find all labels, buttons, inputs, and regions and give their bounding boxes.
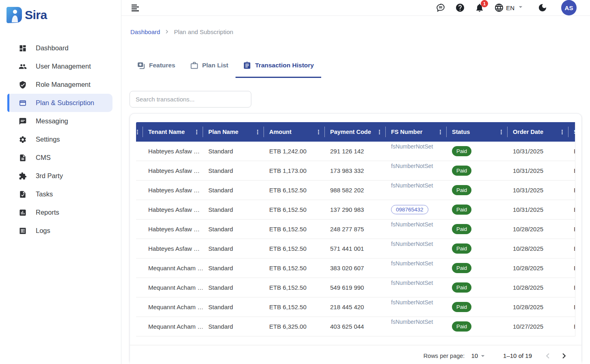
cell-order-date: 10/28/2025 [507, 278, 568, 297]
sidebar-item-plan-subscription[interactable]: Plan & Subscription [7, 94, 112, 112]
sidebar-item-dashboard[interactable]: Dashboard [7, 39, 112, 57]
column-header-payment-code[interactable]: Payment Code [324, 122, 385, 142]
column-menu-button[interactable] [498, 129, 505, 136]
cell-fs-number: fsNumberNotSet [385, 142, 446, 161]
column-divider [264, 127, 264, 137]
column-header-label: Amount [269, 129, 292, 135]
column-header-order-date[interactable]: Order Date [507, 122, 568, 142]
cell-amount: ETB 6,152.50 [264, 297, 324, 317]
kebab-icon [136, 129, 141, 136]
cell-fs-number: fsNumberNotSet [385, 278, 446, 297]
table-row[interactable]: Habteyes Asfaw …StandardETB 1,173.00173 … [136, 161, 575, 181]
brand-logo[interactable]: Sira [0, 0, 121, 24]
column-menu-button[interactable] [254, 129, 261, 136]
rows-per-page-select[interactable]: 10 [471, 352, 487, 360]
table-icon [19, 227, 27, 235]
cell-clipped-left [136, 200, 143, 219]
sidebar-item-user-management[interactable]: User Management [7, 57, 112, 75]
sidebar-toggle-button[interactable] [130, 3, 140, 13]
column-menu-button[interactable] [437, 129, 444, 136]
next-page-button[interactable] [559, 351, 569, 361]
previous-page-button[interactable] [542, 351, 553, 361]
brand-name: Sira [25, 8, 47, 22]
cell-status: Paid [446, 278, 507, 297]
sidebar-item-tasks[interactable]: Tasks [7, 185, 112, 203]
table-row[interactable]: Habteyes Asfaw …StandardETB 6,152.50988 … [136, 181, 575, 200]
fs-number-chip[interactable]: 098765432 [391, 205, 428, 214]
language-code: EN [506, 4, 514, 11]
dark-mode-toggle[interactable] [538, 3, 547, 13]
cell-status: Paid [446, 200, 507, 219]
breadcrumb-dashboard-link[interactable]: Dashboard [130, 28, 160, 35]
sidebar-item-role-management[interactable]: Role Management [7, 75, 112, 94]
cell-clipped-left [136, 239, 143, 258]
column-menu-button[interactable] [315, 129, 322, 136]
fs-number-text: fsNumberNotSet [391, 260, 433, 267]
cell-plan-name: Standard [203, 239, 264, 258]
column-header-clipped[interactable] [136, 122, 143, 142]
sidebar-item-reports[interactable]: Reports [7, 203, 112, 222]
avatar[interactable]: AS [561, 0, 577, 15]
table-row[interactable]: Mequannt Acham …StandardETB 6,325.00403 … [136, 317, 575, 336]
tab-label: Features [149, 62, 175, 69]
column-header-fs-number[interactable]: FS Number [385, 122, 446, 142]
pagination: Rows per page: 10 1–10 of 19 [130, 345, 581, 364]
chat-icon [436, 3, 445, 13]
table-row[interactable]: Habteyes Asfaw …StandardETB 1,242.00291 … [136, 142, 575, 161]
sidebar-item-logs[interactable]: Logs [7, 222, 112, 240]
chevron-left-icon [542, 351, 553, 361]
table-row[interactable]: Habteyes Asfaw …StandardETB 6,152.50571 … [136, 239, 575, 258]
cell-status: Paid [446, 181, 507, 200]
cell-tenant-name: Habteyes Asfaw … [143, 200, 203, 219]
column-header-tenant-name[interactable]: Tenant Name [143, 122, 203, 142]
tab-plan-list[interactable]: Plan List [183, 54, 236, 78]
sidebar-item-messaging[interactable]: Messaging [7, 112, 112, 130]
column-header-amount[interactable]: Amount [264, 122, 324, 142]
breadcrumb: Dashboard Plan and Subscription [130, 28, 590, 35]
column-header-plan-name[interactable]: Plan Name [203, 122, 264, 142]
cell-plan-name: Standard [203, 297, 264, 317]
fs-number-text: fsNumberNotSet [391, 241, 433, 247]
cell-clipped-right: E [568, 239, 575, 258]
cell-status: Paid [446, 239, 507, 258]
column-menu-button[interactable] [136, 129, 141, 136]
cell-order-date: 10/28/2025 [507, 239, 568, 258]
kebab-icon [376, 129, 383, 136]
column-menu-button[interactable] [193, 129, 200, 136]
sidebar-item-cms[interactable]: CMS [7, 149, 112, 167]
table-row[interactable]: Mequannt Acham …StandardETB 6,152.50549 … [136, 278, 575, 297]
table-row[interactable]: Mequannt Acham …StandardETB 6,152.50383 … [136, 258, 575, 278]
column-header-status[interactable]: Status [446, 122, 507, 142]
cell-clipped-left [136, 220, 143, 239]
language-selector[interactable]: EN [494, 3, 525, 13]
puzzle-icon [19, 172, 27, 180]
table-body: Habteyes Asfaw …StandardETB 1,242.00291 … [136, 142, 575, 336]
sidebar-item-settings[interactable]: Settings [7, 130, 112, 149]
cell-status: Paid [446, 258, 507, 278]
users-icon [19, 62, 27, 71]
cell-plan-name: Standard [203, 200, 264, 219]
message-icon [19, 117, 27, 125]
kebab-icon [254, 129, 261, 136]
cell-fs-number: fsNumberNotSet [385, 161, 446, 180]
table-row[interactable]: Habteyes Asfaw …StandardETB 6,152.50137 … [136, 200, 575, 220]
tab-features[interactable]: Features [130, 54, 183, 78]
help-button[interactable] [455, 3, 465, 13]
status-badge: Paid [452, 146, 471, 156]
column-header-s[interactable]: S [568, 122, 575, 142]
sidebar-item-3rd-party[interactable]: 3rd Party [7, 167, 112, 185]
column-menu-button[interactable] [376, 129, 383, 136]
table-row[interactable]: Habteyes Asfaw …StandardETB 6,152.50248 … [136, 220, 575, 239]
notifications-button[interactable]: 1 [475, 3, 484, 13]
fs-number-text: fsNumberNotSet [391, 221, 433, 228]
column-menu-button[interactable] [559, 129, 566, 136]
table-row[interactable]: Mequannt Acham …StandardETB 6,152.50218 … [136, 297, 575, 317]
feedback-button[interactable] [436, 3, 445, 13]
cell-tenant-name: Habteyes Asfaw … [143, 181, 203, 200]
cell-order-date: 10/31/2025 [507, 161, 568, 180]
search-input[interactable] [130, 91, 251, 108]
fs-number-text: fsNumberNotSet [391, 143, 433, 150]
cell-amount: ETB 6,152.50 [264, 181, 324, 200]
cell-fs-number: fsNumberNotSet [385, 239, 446, 258]
tab-transaction-history[interactable]: Transaction History [236, 54, 321, 78]
